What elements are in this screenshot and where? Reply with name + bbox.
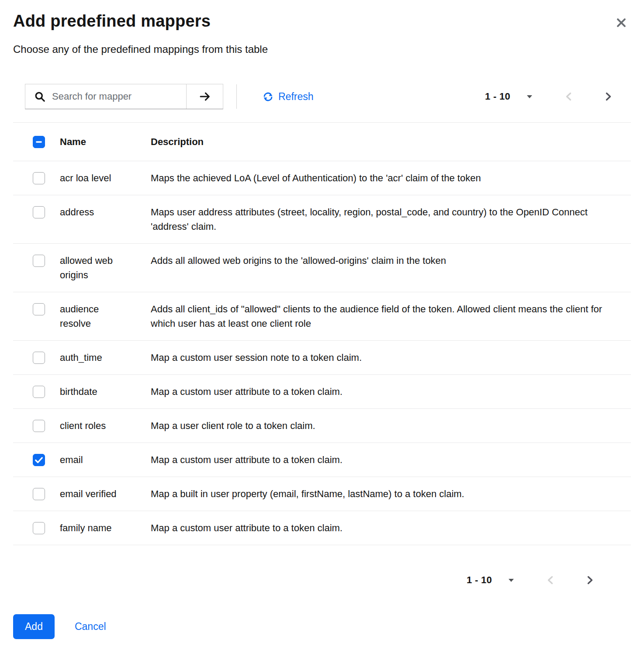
row-checkbox[interactable] — [33, 488, 45, 500]
search-input[interactable] — [46, 84, 186, 109]
pagination-range: 1 - 10 — [485, 91, 510, 102]
row-checkbox-cell — [33, 350, 60, 364]
page-title: Add predefined mappers — [13, 11, 211, 31]
row-checkbox[interactable] — [33, 255, 45, 267]
pagination-top: 1 - 10 — [485, 89, 631, 104]
mapper-name: client roles — [60, 418, 151, 433]
table-row: allowed web origins Adds all allowed web… — [13, 244, 631, 292]
table-row: address Maps user address attributes (st… — [13, 195, 631, 244]
next-page-button[interactable] — [600, 89, 616, 104]
mapper-description: Adds all client_ids of "allowed" clients… — [151, 302, 616, 331]
row-checkbox[interactable] — [33, 386, 45, 398]
mapper-name: email verified — [60, 487, 151, 501]
mappers-table: Name Description acr loa level Maps the … — [13, 122, 631, 545]
prev-page-button — [543, 572, 558, 588]
mapper-name: address — [60, 205, 151, 219]
table-row: family name Map a custom user attribute … — [13, 511, 631, 545]
add-button[interactable]: Add — [13, 614, 55, 639]
search-icon — [34, 91, 46, 103]
toolbar: Refresh 1 - 10 — [13, 84, 631, 109]
close-button[interactable] — [613, 14, 630, 31]
refresh-icon — [262, 91, 274, 103]
mapper-description: Map a custom user session note to a toke… — [151, 350, 616, 365]
mapper-name: allowed web origins — [60, 253, 151, 282]
row-checkbox-cell — [33, 384, 60, 398]
mapper-description: Maps the achieved LoA (Level of Authenti… — [151, 171, 616, 185]
check-icon — [34, 455, 44, 465]
row-checkbox-cell — [33, 487, 60, 500]
pagination-bottom-row: 1 - 10 — [13, 572, 631, 588]
select-all-cell — [33, 135, 60, 148]
modal-header: Add predefined mappers — [13, 11, 631, 31]
pagination-menu-toggle[interactable] — [523, 90, 536, 103]
add-predefined-mappers-dialog: Add predefined mappers Choose any of the… — [13, 11, 631, 639]
indeterminate-icon — [34, 137, 44, 147]
pagination-bottom: 1 - 10 — [467, 572, 631, 588]
row-checkbox-cell — [33, 521, 60, 534]
chevron-right-icon — [603, 91, 613, 102]
row-checkbox-cell — [33, 453, 60, 466]
table-row: client roles Map a user client role to a… — [13, 409, 631, 443]
prev-page-button — [561, 89, 577, 104]
table-row: email Map a custom user attribute to a t… — [13, 443, 631, 477]
mapper-description: Map a custom user attribute to a token c… — [151, 521, 616, 535]
mapper-description: Map a user client role to a token claim. — [151, 418, 616, 433]
table-body: acr loa level Maps the achieved LoA (Lev… — [13, 161, 631, 545]
row-checkbox[interactable] — [33, 454, 45, 466]
pagination-menu-toggle[interactable] — [505, 574, 517, 586]
mapper-name: acr loa level — [60, 171, 151, 185]
search-box — [25, 84, 186, 109]
arrow-right-icon — [199, 90, 211, 103]
mapper-name: audience resolve — [60, 302, 151, 331]
row-checkbox-cell — [33, 205, 60, 218]
mapper-description: Map a built in user property (email, fir… — [151, 487, 616, 501]
toolbar-divider — [236, 84, 237, 109]
chevron-left-icon — [545, 575, 556, 585]
row-checkbox[interactable] — [33, 206, 45, 218]
table-row: birthdate Map a custom user attribute to… — [13, 375, 631, 409]
select-all-checkbox[interactable] — [33, 136, 45, 148]
row-checkbox-cell — [33, 302, 60, 315]
mapper-name: email — [60, 453, 151, 467]
pagination-range: 1 - 10 — [467, 574, 492, 586]
chevron-right-icon — [585, 575, 595, 585]
row-checkbox-cell — [33, 418, 60, 432]
table-header-row: Name Description — [13, 123, 631, 161]
mapper-name: birthdate — [60, 384, 151, 399]
refresh-label: Refresh — [278, 92, 314, 102]
row-checkbox[interactable] — [33, 352, 45, 364]
row-checkbox[interactable] — [33, 522, 45, 534]
table-row: audience resolve Adds all client_ids of … — [13, 292, 631, 341]
close-icon — [615, 17, 627, 29]
row-checkbox[interactable] — [33, 420, 45, 432]
mapper-description: Maps user address attributes (street, lo… — [151, 205, 616, 234]
table-row: auth_time Map a custom user session note… — [13, 341, 631, 375]
refresh-button[interactable]: Refresh — [262, 91, 314, 103]
row-checkbox-cell — [33, 171, 60, 184]
table-row: acr loa level Maps the achieved LoA (Lev… — [13, 161, 631, 195]
modal-description: Choose any of the predefined mappings fr… — [13, 42, 631, 56]
mapper-description: Map a custom user attribute to a token c… — [151, 384, 616, 399]
chevron-left-icon — [564, 91, 574, 102]
mapper-description: Map a custom user attribute to a token c… — [151, 453, 616, 467]
cancel-button[interactable]: Cancel — [75, 621, 106, 633]
caret-down-icon — [508, 577, 515, 584]
row-checkbox-cell — [33, 253, 60, 267]
column-header-name: Name — [60, 135, 151, 149]
table-row: email verified Map a built in user prope… — [13, 477, 631, 511]
mapper-description: Adds all allowed web origins to the 'all… — [151, 253, 616, 268]
caret-down-icon — [526, 93, 533, 100]
row-checkbox[interactable] — [33, 172, 45, 184]
mapper-name: auth_time — [60, 350, 151, 365]
mapper-name: family name — [60, 521, 151, 535]
modal-footer: Add Cancel — [13, 614, 631, 639]
column-header-description: Description — [151, 135, 616, 149]
search-submit-button[interactable] — [186, 84, 223, 109]
search-group — [25, 84, 223, 109]
row-checkbox[interactable] — [33, 303, 45, 315]
next-page-button[interactable] — [582, 572, 598, 588]
